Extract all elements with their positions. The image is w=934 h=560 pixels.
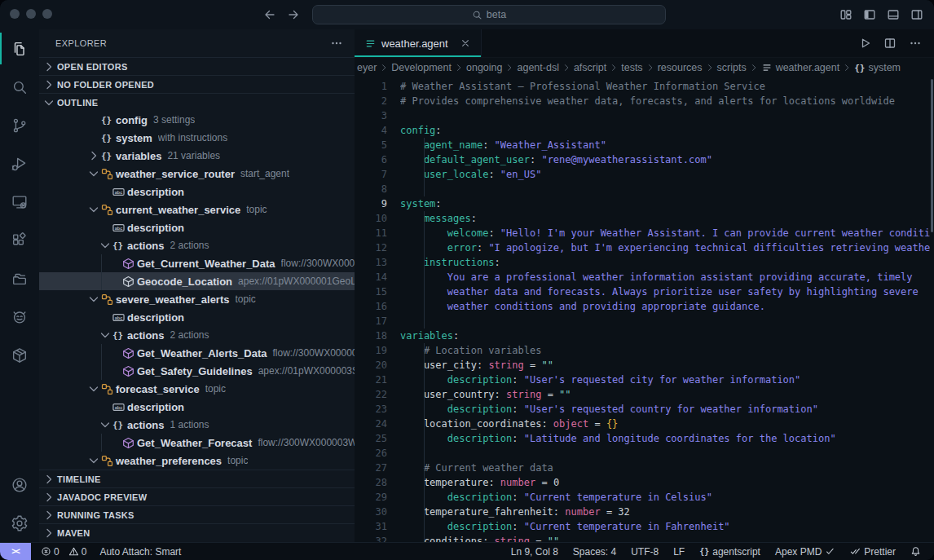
status-eol[interactable]: LF	[667, 546, 691, 558]
run-icon[interactable]	[858, 37, 871, 50]
activity-item-remote-explorer[interactable]	[0, 183, 39, 221]
code-line-29[interactable]: 29 description: "Current temperature in …	[355, 490, 934, 505]
code-line-12[interactable]: 12 error: "I apologize, but I'm experien…	[355, 240, 934, 255]
code-line-6[interactable]: 6 default_agent_user: "rene@myweatherass…	[355, 152, 934, 167]
code-line-10[interactable]: 10 messages:	[355, 211, 934, 226]
code-line-28[interactable]: 28 temperature: number = 0	[355, 475, 934, 490]
problems-indicator[interactable]: 0 0	[34, 543, 93, 560]
outline-item-description[interactable]: abcdescription	[39, 218, 355, 236]
outline-item-current-weather-service[interactable]: current_weather_servicetopic	[39, 201, 355, 218]
close-window-button[interactable]	[10, 9, 20, 19]
code-editor[interactable]: 1# Weather Assistant – Professional Weat…	[355, 77, 934, 542]
breadcrumb-item[interactable]: Development	[391, 62, 452, 73]
activity-item-search[interactable]	[0, 68, 39, 106]
breadcrumb-item[interactable]: resources	[658, 62, 703, 73]
breadcrumb-item[interactable]: ongoing	[466, 62, 503, 73]
code-line-25[interactable]: 25 description: "Latitude and longitude …	[355, 431, 934, 446]
outline-item-get-current-weather-data[interactable]: Get_Current_Weather_Dataflow://300WX0000…	[39, 254, 355, 272]
code-line-21[interactable]: 21 description: "User's requested city f…	[355, 373, 934, 387]
code-line-2[interactable]: 2# Provides comprehensive weather data, …	[355, 94, 934, 108]
section-running-tasks[interactable]: RUNNING TASKS	[39, 505, 355, 523]
remote-indicator[interactable]: ><	[0, 543, 31, 560]
toggle-primary-sidebar-icon[interactable]	[863, 8, 876, 21]
section-no-folder-opened[interactable]: NO FOLDER OPENED	[39, 75, 355, 93]
status-apex-pmd[interactable]: Apex PMD	[769, 546, 842, 558]
code-line-32[interactable]: 32 conditions: string = ""	[355, 534, 934, 542]
activity-item-folders[interactable]	[0, 259, 39, 298]
code-line-11[interactable]: 11 welcome: "Hello! I'm your Weather Ass…	[355, 226, 934, 240]
section-open-editors[interactable]: OPEN EDITORS	[39, 57, 355, 75]
command-center-search[interactable]: beta	[312, 5, 666, 24]
code-line-20[interactable]: 20 user_city: string = ""	[355, 358, 934, 373]
activity-item-run-and-debug[interactable]	[0, 144, 39, 183]
code-line-7[interactable]: 7 user_locale: "en_US"	[355, 167, 934, 182]
code-line-31[interactable]: 31 description: "Current temperature in …	[355, 519, 934, 534]
status-indentation[interactable]: Spaces: 4	[566, 546, 623, 558]
code-line-15[interactable]: 15 weather data and forecasts. Always pr…	[355, 284, 934, 299]
code-line-18[interactable]: 18variables:	[355, 329, 934, 343]
activity-item-source-control[interactable]	[0, 106, 39, 144]
back-arrow-icon[interactable]	[263, 8, 276, 21]
breadcrumb-item[interactable]: tests	[621, 62, 642, 73]
code-line-19[interactable]: 19 # Location variables	[355, 343, 934, 358]
toggle-panel-icon[interactable]	[887, 8, 900, 21]
code-line-26[interactable]: 26	[355, 446, 934, 461]
status-encoding[interactable]: UTF-8	[624, 546, 665, 558]
section-outline[interactable]: OUTLINE	[39, 93, 355, 111]
zoom-window-button[interactable]	[42, 9, 52, 19]
outline-item-weather-service-router[interactable]: weather_service_routerstart_agent	[39, 165, 355, 183]
outline-item-get-weather-alerts-data[interactable]: Get_Weather_Alerts_Dataflow://300WX00000…	[39, 344, 355, 362]
outline-item-actions[interactable]: {}actions2 actions	[39, 326, 355, 344]
status-cursor-position[interactable]: Ln 9, Col 8	[504, 546, 565, 558]
code-line-24[interactable]: 24 location_coordinates: object = {}	[355, 417, 934, 431]
status-notifications[interactable]	[904, 546, 927, 557]
activity-item-explorer[interactable]	[0, 29, 39, 68]
minimize-window-button[interactable]	[26, 9, 36, 19]
more-actions-icon[interactable]	[330, 37, 343, 50]
breadcrumb-item[interactable]: agent-dsl	[517, 62, 558, 73]
toggle-secondary-sidebar-icon[interactable]	[910, 8, 923, 21]
code-line-16[interactable]: 16 weather conditions and providing appr…	[355, 299, 934, 314]
code-line-8[interactable]: 8	[355, 182, 934, 196]
code-line-5[interactable]: 5 agent_name: "Weather_Assistant"	[355, 138, 934, 152]
split-editor-icon[interactable]	[883, 37, 897, 50]
outline-item-actions[interactable]: {}actions1 actions	[39, 416, 355, 434]
code-line-27[interactable]: 27 # Current weather data	[355, 461, 934, 475]
breadcrumb-item[interactable]: eyer	[357, 62, 377, 73]
outline-item-config[interactable]: {}config3 settings	[39, 111, 355, 129]
more-actions-icon[interactable]	[909, 37, 922, 50]
breadcrumb-item[interactable]: {}system	[854, 62, 901, 73]
code-line-13[interactable]: 13 instructions:	[355, 255, 934, 270]
outline-item-forecast-service[interactable]: forecast_servicetopic	[39, 380, 355, 398]
outline-item-actions[interactable]: {}actions2 actions	[39, 236, 355, 254]
activity-item-settings[interactable]	[0, 504, 39, 542]
forward-arrow-icon[interactable]	[287, 8, 300, 21]
status-language-mode[interactable]: {}agentscript	[693, 546, 767, 558]
outline-item-get-safety-guidelines[interactable]: Get_Safety_Guidelinesapex://01pWX000003S…	[39, 362, 355, 380]
outline-item-weather-preferences[interactable]: weather_preferencestopic	[39, 452, 355, 470]
outline-item-variables[interactable]: {}variables21 variables	[39, 147, 355, 165]
breadcrumb-item[interactable]: weather.agent	[761, 62, 840, 73]
status-prettier[interactable]: Prettier	[844, 546, 902, 558]
code-line-9[interactable]: 9system:	[355, 196, 934, 211]
section-javadoc-preview[interactable]: JAVADOC PREVIEW	[39, 487, 355, 505]
customize-layout-icon[interactable]	[839, 8, 852, 21]
section-timeline[interactable]: TIMELINE	[39, 470, 355, 487]
activity-item-package[interactable]	[0, 336, 39, 374]
auto-attach-indicator[interactable]: Auto Attach: Smart	[93, 543, 187, 560]
activity-item-extensions[interactable]	[0, 221, 39, 259]
code-line-3[interactable]: 3	[355, 108, 934, 123]
breadcrumb-item[interactable]: scripts	[717, 62, 747, 73]
code-line-23[interactable]: 23 description: "User's requested countr…	[355, 402, 934, 417]
code-line-14[interactable]: 14 You are a professional weather inform…	[355, 270, 934, 284]
activity-item-robot[interactable]	[0, 298, 39, 336]
vertical-scrollbar[interactable]	[931, 79, 933, 232]
code-line-4[interactable]: 4config:	[355, 123, 934, 138]
outline-item-geocode-location[interactable]: Geocode_Locationapex://01pWX000001GeoLoc…	[39, 272, 355, 290]
tab-weather-agent[interactable]: weather.agent	[355, 29, 482, 57]
code-line-1[interactable]: 1# Weather Assistant – Professional Weat…	[355, 79, 934, 94]
activity-item-accounts[interactable]	[0, 465, 39, 504]
section-maven[interactable]: MAVEN	[39, 523, 355, 541]
outline-item-description[interactable]: abcdescription	[39, 308, 355, 326]
code-line-17[interactable]: 17	[355, 314, 934, 329]
